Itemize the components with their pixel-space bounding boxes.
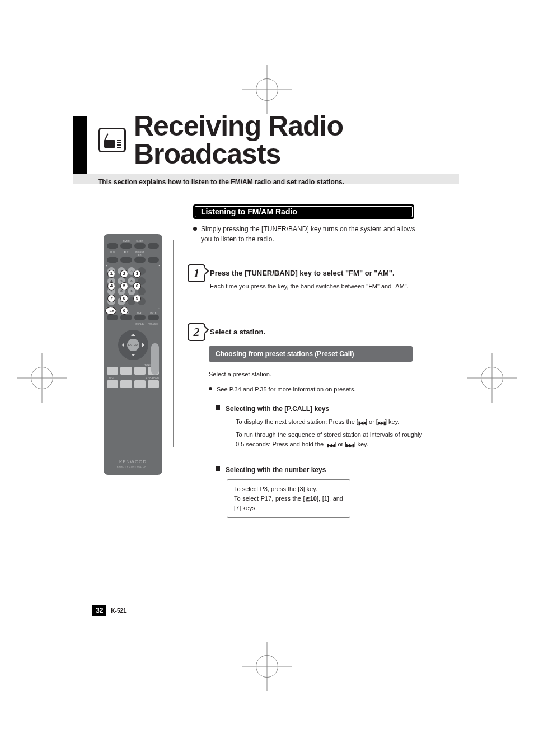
gte-icon: [305, 495, 310, 502]
note-line-1: To select P3, press the [3] key.: [234, 484, 343, 494]
remote-btn: [107, 315, 118, 320]
callout-6: 6: [133, 282, 141, 290]
remote-btn: [107, 367, 118, 375]
step-number: 1: [188, 264, 205, 282]
remote-btn: [148, 380, 159, 388]
volume-rocker: [151, 343, 159, 375]
remote-btn: [134, 243, 146, 249]
up-arrow-icon: [131, 332, 135, 336]
callout-1: 1: [107, 270, 115, 278]
footer: 32 K-521: [92, 605, 127, 616]
section-title: Listening to FM/AM Radio: [201, 207, 297, 216]
left-arrow-icon: [120, 343, 124, 347]
callout-4: 4: [107, 282, 115, 290]
step-1: 1 Press the [TUNER/BAND] key to select "…: [188, 269, 422, 291]
remote-btn: [120, 257, 132, 263]
remote-btn: [134, 257, 146, 263]
callout-8: 8: [120, 295, 128, 302]
callout-2: 2: [120, 270, 128, 278]
remote-btn: [107, 257, 118, 263]
right-arrow-icon: [142, 343, 147, 347]
registration-mark-left: [31, 367, 53, 389]
callout-5: 5: [120, 282, 128, 290]
note-line-2: To select P17, press the [10], [1], and …: [234, 494, 343, 513]
callout-plus10: +10: [105, 307, 116, 315]
model-number: K-521: [111, 608, 126, 614]
next-track-icon: [378, 419, 385, 426]
remote-btn: [134, 315, 146, 320]
callout-0: 0: [120, 307, 128, 315]
down-arrow-icon: [131, 354, 135, 358]
remote-btn: [134, 380, 146, 388]
numkeys-heading: Selecting with the number keys: [209, 465, 422, 475]
remote-btn: [134, 367, 146, 375]
pcall-line-2: To run through the sequence of stored st…: [236, 430, 422, 449]
remote-power-btn: [148, 243, 159, 249]
example-note: To select P3, press the [3] key. To sele…: [227, 479, 350, 518]
registration-mark-top: [256, 78, 278, 101]
lead-bullet: Simply pressing the [TUNER/BAND] key tur…: [193, 224, 422, 244]
step-heading: Select a station.: [210, 328, 422, 336]
step-heading: Press the [TUNER/BAND] key to select "FM…: [210, 269, 422, 277]
pcall-next-btn: [120, 380, 132, 388]
registration-mark-bottom: [256, 655, 278, 678]
pcall-heading: Selecting with the [P.CALL] keys: [209, 404, 422, 414]
step-number: 2: [188, 323, 205, 341]
page-title: Receiving Radio Broadcasts: [134, 112, 456, 168]
remote-btn: [120, 243, 132, 249]
enter-btn: ENTER: [127, 339, 139, 351]
radio-icon: [98, 128, 126, 152]
registration-mark-right: [481, 367, 503, 389]
intro-text: This section explains how to listen to t…: [98, 178, 456, 186]
step-2: 2 Select a station. Choosing from preset…: [188, 328, 422, 518]
remote-btn: [148, 315, 159, 320]
remote-btn: [120, 315, 132, 320]
remote-btn: [107, 243, 118, 249]
pcall-prev-btn: [107, 380, 118, 388]
next-track-icon: [346, 442, 354, 448]
step-body: Each time you press the key, the band sw…: [210, 282, 422, 291]
page-number: 32: [92, 605, 106, 616]
remote-btn: [148, 257, 159, 263]
subsection-header: Choosing from preset stations (Preset Ca…: [209, 346, 413, 362]
sub-bullet: See P.34 and P.35 for more information o…: [209, 385, 422, 394]
remote-btn: [120, 367, 132, 375]
prev-track-icon: [327, 442, 334, 448]
dpad: ENTER: [118, 330, 148, 360]
callout-7: 7: [107, 295, 115, 302]
pcall-line-1: To display the next stored station: Pres…: [236, 417, 422, 427]
callout-9: 9: [133, 295, 141, 302]
section-header: Listening to FM/AM Radio: [193, 204, 414, 219]
callout-3: 3: [133, 270, 141, 278]
brand-label: KENWOOD REMOTE CONTROL UNIT: [104, 459, 162, 468]
callout-line: [173, 240, 174, 447]
prev-track-icon: [358, 419, 366, 426]
sub-line: Select a preset station.: [209, 370, 422, 379]
